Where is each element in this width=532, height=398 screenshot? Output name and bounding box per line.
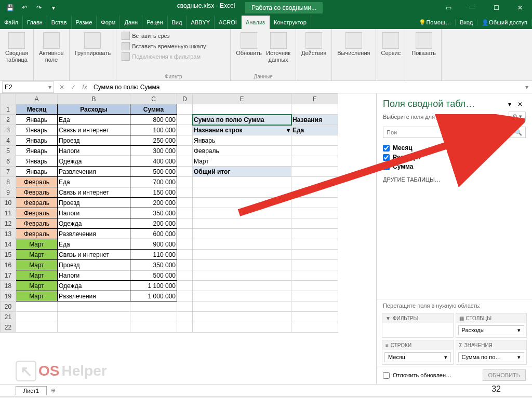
cell[interactable] <box>177 135 193 146</box>
cell-month[interactable]: Март <box>16 270 58 281</box>
row-header-14[interactable]: 14 <box>1 239 16 250</box>
column-header-F[interactable]: F <box>291 94 338 104</box>
cell[interactable] <box>193 312 291 322</box>
cell[interactable] <box>58 312 130 322</box>
actions-button[interactable]: Действия <box>299 31 328 58</box>
cell[interactable] <box>291 198 338 208</box>
cell[interactable] <box>177 156 193 167</box>
cell[interactable] <box>177 218 193 229</box>
cell-month[interactable]: Март <box>16 281 58 291</box>
maximize-button[interactable]: ☐ <box>484 0 508 16</box>
new-sheet-button[interactable]: ⊕ <box>47 387 60 394</box>
cell[interactable] <box>291 187 338 198</box>
cell[interactable] <box>177 104 193 115</box>
field-item[interactable]: Месяц <box>383 143 526 153</box>
cell[interactable] <box>177 301 193 312</box>
cell-sum[interactable]: 500 000 <box>130 167 177 177</box>
cell-expense[interactable]: Связь и интернет <box>58 187 130 198</box>
cell-sum[interactable]: 500 000 <box>130 270 177 281</box>
other-tables-link[interactable]: ДРУГИЕ ТАБЛИЦЫ… <box>377 174 532 189</box>
cell-month[interactable]: Февраль <box>16 198 58 208</box>
cell[interactable] <box>193 301 291 312</box>
cell-expense[interactable]: Еда <box>58 115 130 125</box>
cell-expense[interactable]: Проезд <box>58 198 130 208</box>
cell[interactable] <box>291 218 338 229</box>
cell[interactable] <box>291 291 338 301</box>
cell[interactable] <box>193 198 291 208</box>
cell-expense[interactable]: Одежда <box>58 218 130 229</box>
cell[interactable] <box>177 208 193 218</box>
column-header-A[interactable]: A <box>16 94 58 104</box>
row-header-11[interactable]: 11 <box>1 208 16 218</box>
enter-formula-button[interactable]: ✓ <box>68 84 79 91</box>
defer-update-checkbox[interactable] <box>383 372 390 379</box>
field-checkbox[interactable] <box>383 145 390 152</box>
cell-sum[interactable]: 350 000 <box>130 260 177 270</box>
area-item-values[interactable]: Сумма по по…▾ <box>458 352 525 362</box>
tab-abbyy[interactable]: ABBYY <box>187 16 215 29</box>
cell-expense[interactable]: Налоги <box>58 270 130 281</box>
redo-button[interactable]: ↷ <box>32 1 46 15</box>
cell[interactable] <box>193 229 291 239</box>
cell[interactable] <box>193 104 291 115</box>
row-header-22[interactable]: 22 <box>1 322 16 333</box>
cancel-formula-button[interactable]: ✕ <box>56 84 68 91</box>
fx-button[interactable]: fx <box>79 84 90 91</box>
filter-connections-button[interactable]: Подключения к фильтрам <box>119 52 208 61</box>
pivot-item[interactable]: Февраль <box>193 146 291 156</box>
cell-sum[interactable]: 200 000 <box>130 218 177 229</box>
cell-sum[interactable]: 700 000 <box>130 177 177 187</box>
cell[interactable] <box>130 312 177 322</box>
cell[interactable] <box>177 239 193 250</box>
tab-data[interactable]: Данн <box>120 16 142 29</box>
cell[interactable] <box>291 156 338 167</box>
cell-month[interactable]: Январь <box>16 146 58 156</box>
row-header-18[interactable]: 18 <box>1 281 16 291</box>
tab-file[interactable]: Файл <box>0 16 23 29</box>
pivot-total[interactable]: Общий итог <box>193 167 291 177</box>
cell[interactable] <box>177 322 193 333</box>
sheet-tab-1[interactable]: Лист1 <box>16 386 47 395</box>
cell-expense[interactable]: Еда <box>58 239 130 250</box>
cell[interactable] <box>193 281 291 291</box>
cell-sum[interactable]: 100 000 <box>130 125 177 135</box>
header-month[interactable]: Месяц <box>16 104 58 115</box>
cell[interactable] <box>177 167 193 177</box>
cell[interactable] <box>193 187 291 198</box>
undo-button[interactable]: ↶ <box>18 1 31 15</box>
row-header-17[interactable]: 17 <box>1 270 16 281</box>
cell-sum[interactable]: 250 000 <box>130 135 177 146</box>
cell[interactable] <box>193 270 291 281</box>
cell-sum[interactable]: 800 000 <box>130 115 177 125</box>
row-header-20[interactable]: 20 <box>1 301 16 312</box>
cell-month[interactable]: Март <box>16 239 58 250</box>
cell-expense[interactable]: Налоги <box>58 146 130 156</box>
row-header-8[interactable]: 8 <box>1 177 16 187</box>
row-header-6[interactable]: 6 <box>1 156 16 167</box>
cell-expense[interactable]: Развлечения <box>58 167 130 177</box>
row-header-19[interactable]: 19 <box>1 291 16 301</box>
signin-button[interactable]: Вход <box>456 19 477 25</box>
field-item[interactable]: Сумма <box>383 162 526 171</box>
row-header-16[interactable]: 16 <box>1 260 16 270</box>
row-header-7[interactable]: 7 <box>1 167 16 177</box>
columns-area[interactable]: ▦СТОЛБЦЫ Расходы▾ <box>456 313 527 338</box>
close-button[interactable]: ✕ <box>508 0 532 16</box>
cell[interactable] <box>130 301 177 312</box>
cell[interactable] <box>177 229 193 239</box>
cell[interactable] <box>177 115 193 125</box>
cell[interactable] <box>291 135 338 146</box>
qat-more-icon[interactable]: ▾ <box>47 1 60 15</box>
cell[interactable] <box>58 322 130 333</box>
cell[interactable] <box>291 312 338 322</box>
rows-area[interactable]: ≡СТРОКИ Месяц▾ <box>382 340 454 365</box>
cell-month[interactable]: Март <box>16 260 58 270</box>
row-header-12[interactable]: 12 <box>1 218 16 229</box>
cell-month[interactable]: Январь <box>16 156 58 167</box>
cell[interactable] <box>291 301 338 312</box>
cell-expense[interactable]: Налоги <box>58 208 130 218</box>
tab-insert[interactable]: Встав <box>47 16 72 29</box>
cell-month[interactable]: Январь <box>16 125 58 135</box>
pane-close-button[interactable]: ✕ <box>514 101 526 108</box>
service-button[interactable]: Сервис <box>379 31 403 58</box>
